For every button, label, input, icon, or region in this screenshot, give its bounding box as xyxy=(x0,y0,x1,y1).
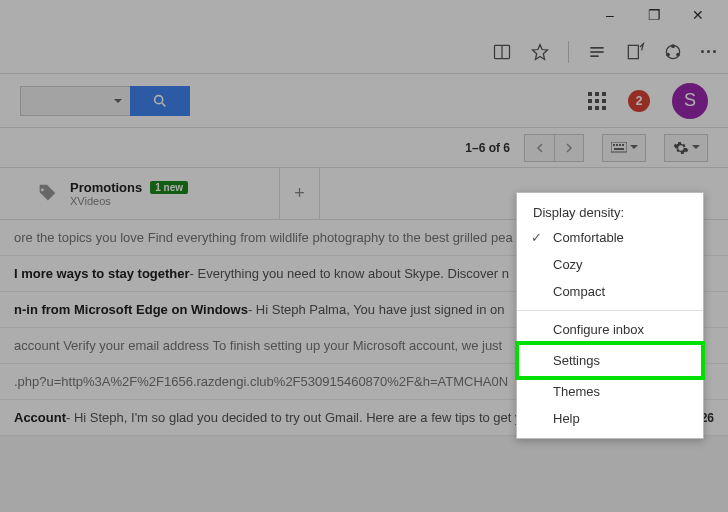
mail-preview: - Hi Steph, I'm so glad you decided to t… xyxy=(66,410,572,425)
chevron-left-icon xyxy=(535,143,545,153)
svg-rect-18 xyxy=(614,148,624,150)
page-count: 1–6 of 6 xyxy=(465,141,510,155)
menu-section-label: Display density: xyxy=(517,199,703,224)
gear-icon xyxy=(673,140,689,156)
mail-preview: account Verify your email address To fin… xyxy=(14,338,502,353)
tab-promotions[interactable]: Promotions 1 new XVideos xyxy=(20,168,280,219)
settings-gear-button[interactable] xyxy=(664,134,708,162)
new-badge: 1 new xyxy=(150,181,188,194)
svg-point-9 xyxy=(667,53,670,56)
reading-view-icon[interactable] xyxy=(492,42,512,62)
minimize-button[interactable]: – xyxy=(588,0,632,30)
tab-subtitle: XVideos xyxy=(70,195,188,207)
svg-point-11 xyxy=(155,95,163,103)
tag-icon xyxy=(36,183,58,205)
density-compact[interactable]: Compact xyxy=(517,278,703,305)
density-cozy[interactable]: Cozy xyxy=(517,251,703,278)
menu-separator xyxy=(517,310,703,311)
share-icon[interactable] xyxy=(663,42,683,62)
svg-point-8 xyxy=(672,44,675,47)
svg-point-10 xyxy=(677,53,680,56)
mail-preview: - Everything you need to know about Skyp… xyxy=(190,266,509,281)
svg-rect-15 xyxy=(616,144,618,146)
svg-rect-16 xyxy=(619,144,621,146)
configure-inbox[interactable]: Configure inbox xyxy=(517,316,703,343)
separator xyxy=(568,41,569,63)
mail-preview: .php?u=http%3A%2F%2F1656.razdengi.club%2… xyxy=(14,374,508,389)
mail-preview: ore the topics you love Find everything … xyxy=(14,230,513,245)
mail-preview: - Hi Steph Palma, You have just signed i… xyxy=(248,302,505,317)
newer-button[interactable] xyxy=(524,134,554,162)
themes-item[interactable]: Themes xyxy=(517,378,703,405)
mail-subject: Account xyxy=(14,410,66,425)
keyboard-icon xyxy=(611,142,627,154)
svg-rect-13 xyxy=(611,142,627,152)
svg-rect-17 xyxy=(622,144,624,146)
search-button[interactable] xyxy=(130,86,190,116)
favorite-star-icon[interactable] xyxy=(530,42,550,62)
mail-subject: n-in from Microsoft Edge on Windows xyxy=(14,302,248,317)
close-button[interactable]: ✕ xyxy=(676,0,720,30)
mail-subject: I more ways to stay together xyxy=(14,266,190,281)
account-avatar[interactable]: S xyxy=(672,83,708,119)
svg-rect-6 xyxy=(628,45,638,58)
older-button[interactable] xyxy=(554,134,584,162)
settings-menu: Display density: Comfortable Cozy Compac… xyxy=(516,192,704,439)
help-item[interactable]: Help xyxy=(517,405,703,432)
svg-rect-14 xyxy=(613,144,615,146)
more-icon[interactable] xyxy=(701,50,716,53)
settings-item[interactable]: Settings xyxy=(517,343,703,378)
tab-label: Promotions xyxy=(70,180,142,195)
svg-marker-2 xyxy=(533,44,548,59)
search-icon xyxy=(152,93,168,109)
maximize-button[interactable]: ❐ xyxy=(632,0,676,30)
chevron-down-icon xyxy=(692,145,700,153)
input-tools-button[interactable] xyxy=(602,134,646,162)
add-tab-button[interactable]: + xyxy=(280,168,320,219)
search-scope-dropdown[interactable] xyxy=(20,86,130,116)
notifications-badge[interactable]: 2 xyxy=(628,90,650,112)
svg-line-12 xyxy=(162,103,165,106)
chevron-down-icon xyxy=(630,145,638,153)
notes-icon[interactable] xyxy=(625,42,645,62)
apps-launcher-icon[interactable] xyxy=(588,92,606,110)
chevron-right-icon xyxy=(564,143,574,153)
density-comfortable[interactable]: Comfortable xyxy=(517,224,703,251)
hub-icon[interactable] xyxy=(587,42,607,62)
